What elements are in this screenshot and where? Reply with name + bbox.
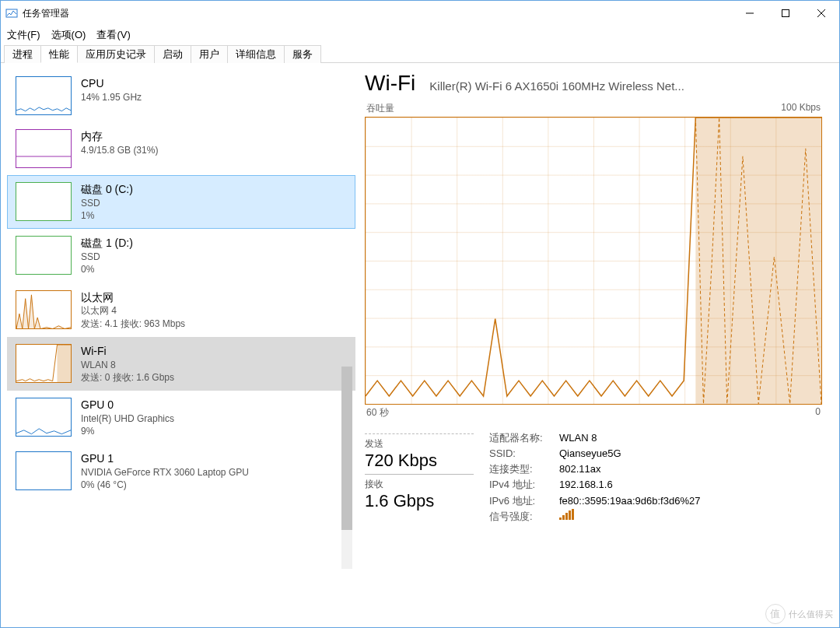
throughput-chart[interactable] bbox=[365, 117, 822, 405]
item-sub2: 发送: 0 接收: 1.6 Gbps bbox=[81, 371, 174, 384]
sidebar-item-disk0[interactable]: 磁盘 0 (C:) SSD 1% bbox=[7, 175, 355, 229]
adapter-description: Killer(R) Wi-Fi 6 AX1650i 160MHz Wireles… bbox=[429, 79, 822, 93]
sidebar-item-disk1[interactable]: 磁盘 1 (D:) SSD 0% bbox=[7, 229, 355, 282]
sidebar-item-memory[interactable]: 内存 4.9/15.8 GB (31%) bbox=[7, 122, 355, 175]
adapter-name-val: WLAN 8 bbox=[559, 430, 822, 446]
scrollbar-grip[interactable] bbox=[341, 367, 352, 530]
sidebar: CPU 14% 1.95 GHz 内存 4.9/15.8 GB (31%) bbox=[1, 63, 355, 627]
tab-startup[interactable]: 启动 bbox=[154, 45, 191, 63]
recv-label: 接收 bbox=[365, 474, 474, 491]
watermark-badge: 值 bbox=[765, 604, 786, 624]
gpu-thumb-icon bbox=[16, 398, 72, 437]
item-sub: SSD bbox=[81, 251, 133, 263]
sidebar-item-wifi[interactable]: Wi-Fi WLAN 8 发送: 0 接收: 1.6 Gbps bbox=[7, 337, 355, 391]
item-sub2: 0% bbox=[81, 263, 133, 275]
item-title: 以太网 bbox=[81, 290, 185, 305]
item-sub2: 发送: 4.1 接收: 963 Mbps bbox=[81, 318, 185, 330]
maximize-button[interactable] bbox=[768, 1, 803, 26]
item-title: GPU 1 bbox=[81, 451, 249, 466]
watermark-text: 什么值得买 bbox=[789, 609, 834, 620]
chart-svg bbox=[366, 118, 821, 404]
app-icon bbox=[5, 7, 18, 19]
sidebar-item-gpu1[interactable]: GPU 1 NVIDIA GeForce RTX 3060 Laptop GPU… bbox=[7, 444, 355, 498]
send-label: 发送 bbox=[365, 433, 474, 451]
item-title: CPU bbox=[81, 76, 142, 91]
svg-rect-6 bbox=[57, 345, 70, 383]
item-sub: SSD bbox=[81, 197, 133, 209]
chart-bottom-labels: 60 秒 0 bbox=[365, 405, 822, 419]
chart-top-labels: 吞吐量 100 Kbps bbox=[365, 102, 822, 117]
conn-type-val: 802.11ax bbox=[559, 461, 822, 477]
ipv6-val: fe80::3595:19aa:9d6b:f3d6%27 bbox=[559, 493, 822, 509]
tab-services[interactable]: 服务 bbox=[284, 45, 321, 63]
disk-thumb-icon bbox=[16, 236, 72, 275]
item-sub: NVIDIA GeForce RTX 3060 Laptop GPU bbox=[81, 466, 249, 479]
close-button[interactable] bbox=[803, 1, 839, 26]
recv-value: 1.6 Gbps bbox=[365, 491, 474, 511]
detail-header: Wi-Fi Killer(R) Wi-Fi 6 AX1650i 160MHz W… bbox=[365, 71, 822, 96]
item-title: 内存 bbox=[81, 129, 158, 144]
metrics: 发送 720 Kbps 接收 1.6 Gbps bbox=[365, 430, 474, 511]
menu-options[interactable]: 选项(O) bbox=[51, 28, 86, 42]
item-title: 磁盘 1 (D:) bbox=[81, 236, 133, 251]
sidebar-list: CPU 14% 1.95 GHz 内存 4.9/15.8 GB (31%) bbox=[7, 69, 355, 499]
item-sub: 以太网 4 bbox=[81, 304, 185, 317]
body: CPU 14% 1.95 GHz 内存 4.9/15.8 GB (31%) bbox=[1, 63, 839, 627]
ssid-key: SSID: bbox=[489, 446, 559, 461]
window-title: 任务管理器 bbox=[23, 7, 69, 20]
svg-rect-2 bbox=[782, 10, 789, 17]
chart-xmax: 0 bbox=[815, 406, 821, 419]
ssid-val: Qianseyue5G bbox=[559, 446, 822, 461]
disk-thumb-icon bbox=[16, 182, 72, 221]
watermark: 值 什么值得买 bbox=[765, 604, 834, 624]
chart-label-ymax: 100 Kbps bbox=[781, 102, 821, 115]
chart-xmin: 60 秒 bbox=[366, 406, 389, 419]
tab-performance[interactable]: 性能 bbox=[40, 45, 78, 63]
tab-processes[interactable]: 进程 bbox=[4, 45, 41, 63]
menu-file[interactable]: 文件(F) bbox=[7, 28, 40, 42]
conn-type-key: 连接类型: bbox=[489, 461, 559, 477]
item-sub2: 1% bbox=[81, 209, 133, 222]
tab-details[interactable]: 详细信息 bbox=[227, 45, 285, 63]
signal-key: 信号强度: bbox=[489, 509, 559, 525]
item-sub2: 0% (46 °C) bbox=[81, 479, 249, 491]
memory-thumb-icon bbox=[16, 129, 72, 168]
tab-app-history[interactable]: 应用历史记录 bbox=[77, 45, 155, 63]
menubar: 文件(F) 选项(O) 查看(V) bbox=[1, 26, 839, 44]
sidebar-item-cpu[interactable]: CPU 14% 1.95 GHz bbox=[7, 69, 355, 122]
window-controls bbox=[732, 1, 839, 26]
ipv6-key: IPv6 地址: bbox=[489, 493, 559, 509]
chart-label-throughput: 吞吐量 bbox=[366, 102, 394, 115]
ipv4-key: IPv4 地址: bbox=[489, 477, 559, 493]
tabbar: 进程 性能 应用历史记录 启动 用户 详细信息 服务 bbox=[1, 44, 839, 63]
sidebar-item-gpu0[interactable]: GPU 0 Intel(R) UHD Graphics 9% bbox=[7, 391, 355, 444]
item-sub: Intel(R) UHD Graphics bbox=[81, 412, 174, 425]
menu-view[interactable]: 查看(V) bbox=[96, 28, 130, 42]
tab-users[interactable]: 用户 bbox=[191, 45, 228, 63]
item-title: 磁盘 0 (C:) bbox=[81, 182, 133, 197]
minimize-button[interactable] bbox=[732, 1, 768, 26]
stats-block: 发送 720 Kbps 接收 1.6 Gbps 适配器名称:WLAN 8 SSI… bbox=[365, 430, 822, 525]
detail-rows: 适配器名称:WLAN 8 SSID:Qianseyue5G 连接类型:802.1… bbox=[489, 430, 822, 525]
item-title: GPU 0 bbox=[81, 398, 174, 412]
cpu-thumb-icon bbox=[16, 76, 72, 115]
task-manager-window: 任务管理器 文件(F) 选项(O) 查看(V) 进程 性能 应用历史记录 启动 … bbox=[0, 0, 840, 628]
send-value: 720 Kbps bbox=[365, 451, 474, 471]
item-sub: 14% 1.95 GHz bbox=[81, 91, 142, 103]
titlebar[interactable]: 任务管理器 bbox=[1, 1, 839, 26]
ethernet-thumb-icon bbox=[16, 290, 72, 329]
adapter-name-key: 适配器名称: bbox=[489, 430, 559, 446]
item-sub2: 9% bbox=[81, 425, 174, 437]
sidebar-scrollbar[interactable] bbox=[341, 367, 352, 569]
wifi-thumb-icon bbox=[16, 344, 72, 383]
detail-panel: Wi-Fi Killer(R) Wi-Fi 6 AX1650i 160MHz W… bbox=[355, 63, 839, 627]
item-title: Wi-Fi bbox=[81, 344, 174, 359]
svg-rect-7 bbox=[695, 118, 821, 404]
sidebar-item-ethernet[interactable]: 以太网 以太网 4 发送: 4.1 接收: 963 Mbps bbox=[7, 283, 355, 337]
item-sub: 4.9/15.8 GB (31%) bbox=[81, 144, 158, 156]
gpu-thumb-icon bbox=[16, 451, 72, 490]
signal-bars-icon bbox=[559, 509, 574, 520]
item-sub: WLAN 8 bbox=[81, 359, 174, 371]
ipv4-val: 192.168.1.6 bbox=[559, 477, 822, 493]
detail-title: Wi-Fi bbox=[365, 71, 415, 96]
